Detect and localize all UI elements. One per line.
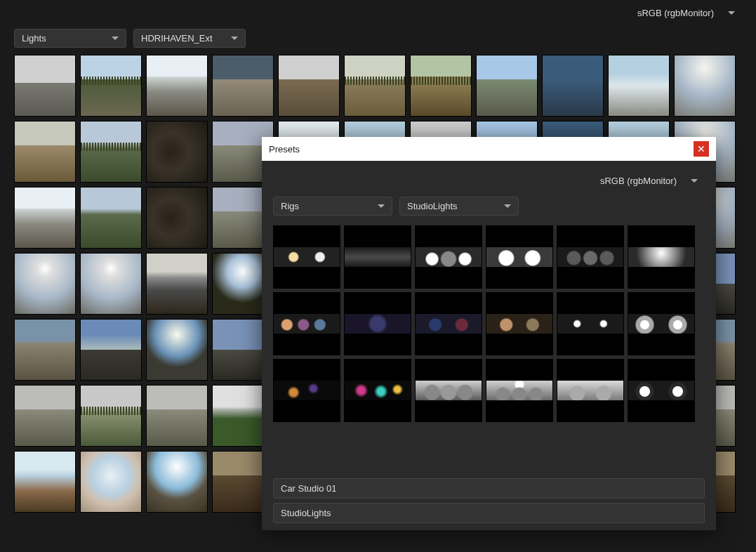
studio-thumb[interactable] [557, 225, 624, 289]
preset-field-name[interactable]: Car Studio 01 [273, 478, 705, 499]
hdri-thumb[interactable] [146, 319, 208, 381]
studio-thumb[interactable] [628, 225, 695, 289]
hdri-thumb[interactable] [14, 187, 76, 249]
close-button[interactable]: ✕ [694, 141, 709, 157]
collection-dropdown[interactable]: HDRIHAVEN_Ext [133, 29, 246, 48]
hdri-thumb[interactable] [14, 121, 76, 183]
studio-thumb[interactable] [486, 359, 553, 422]
close-icon: ✕ [697, 143, 705, 155]
chevron-down-icon [691, 179, 698, 183]
rigs-dropdown[interactable]: Rigs [273, 197, 392, 216]
colorspace-dropdown[interactable]: sRGB (rgbMonitor) [616, 4, 742, 22]
chevron-down-icon [728, 11, 735, 15]
hdri-thumb[interactable] [608, 55, 670, 117]
presets-dialog: Presets ✕ sRGB (rgbMonitor) Rigs StudioL… [262, 137, 716, 530]
hdri-thumb[interactable] [146, 451, 208, 513]
chevron-down-icon [112, 37, 119, 40]
collection-label: HDRIHAVEN_Ext [141, 33, 213, 44]
studio-thumb[interactable] [557, 292, 624, 355]
hdri-thumb[interactable] [80, 187, 142, 249]
hdri-thumb[interactable] [14, 55, 76, 117]
chevron-down-icon [231, 37, 238, 40]
category-dropdown[interactable]: Lights [14, 29, 126, 48]
hdri-thumb[interactable] [80, 385, 142, 447]
studiolights-label: StudioLights [407, 201, 458, 211]
studio-thumb[interactable] [273, 225, 340, 289]
studio-thumb[interactable] [273, 292, 340, 355]
hdri-thumb[interactable] [542, 55, 604, 117]
hdri-thumb[interactable] [278, 55, 340, 117]
hdri-thumb[interactable] [80, 55, 142, 117]
hdri-thumb[interactable] [14, 319, 76, 381]
studio-thumb[interactable] [486, 292, 553, 355]
studio-thumb[interactable] [344, 292, 411, 355]
hdri-thumb[interactable] [14, 253, 76, 315]
hdri-thumb[interactable] [80, 319, 142, 381]
hdri-thumb[interactable] [476, 55, 538, 117]
colorspace-label: sRGB (rgbMonitor) [637, 8, 714, 18]
rigs-label: Rigs [281, 201, 299, 211]
preset-field-collection[interactable]: StudioLights [273, 503, 705, 523]
studio-thumb[interactable] [415, 225, 482, 289]
hdri-thumb[interactable] [146, 253, 208, 315]
hdri-thumb[interactable] [80, 451, 142, 513]
studio-thumb[interactable] [628, 359, 695, 422]
hdri-thumb[interactable] [14, 451, 76, 513]
studio-thumb[interactable] [415, 359, 482, 422]
overlay-colorspace-label: sRGB (rgbMonitor) [600, 176, 677, 186]
hdri-thumb[interactable] [14, 385, 76, 447]
dialog-titlebar: Presets ✕ [262, 137, 716, 161]
chevron-down-icon [378, 204, 385, 208]
studio-thumb[interactable] [557, 359, 624, 422]
hdri-thumb[interactable] [146, 55, 208, 117]
dialog-title: Presets [269, 144, 300, 155]
overlay-colorspace-dropdown[interactable]: sRGB (rgbMonitor) [578, 172, 705, 190]
hdri-thumb[interactable] [410, 55, 472, 117]
hdri-thumb[interactable] [212, 55, 274, 117]
category-label: Lights [22, 33, 46, 44]
studio-grid [273, 225, 705, 422]
studio-thumb[interactable] [273, 359, 340, 422]
studio-thumb[interactable] [344, 225, 411, 289]
studio-thumb[interactable] [486, 225, 553, 289]
studio-thumb[interactable] [628, 292, 695, 355]
hdri-thumb[interactable] [80, 121, 142, 183]
hdri-thumb[interactable] [674, 55, 736, 117]
studio-thumb[interactable] [344, 359, 411, 422]
hdri-thumb[interactable] [80, 253, 142, 315]
studiolights-dropdown[interactable]: StudioLights [399, 197, 519, 216]
studio-thumb[interactable] [415, 292, 482, 355]
hdri-thumb[interactable] [146, 385, 208, 447]
hdri-thumb[interactable] [146, 121, 208, 183]
hdri-thumb[interactable] [146, 187, 208, 249]
chevron-down-icon [504, 204, 511, 208]
hdri-thumb[interactable] [344, 55, 406, 117]
